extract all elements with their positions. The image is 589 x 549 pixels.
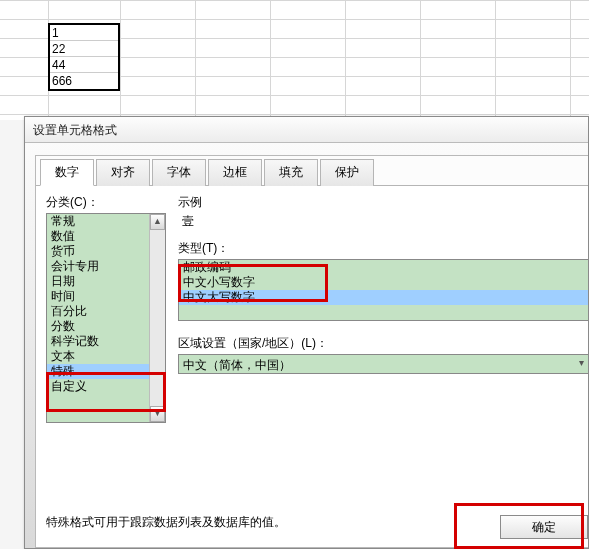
selected-cells-range[interactable]: 1 22 44 666 — [48, 23, 120, 91]
type-label: 类型(T)： — [178, 240, 588, 257]
tab-数字[interactable]: 数字 — [40, 159, 94, 186]
category-item[interactable]: 日期 — [47, 274, 149, 289]
category-item[interactable]: 科学记数 — [47, 334, 149, 349]
locale-value: 中文（简体，中国） — [183, 358, 291, 372]
category-column: 分类(C)： 常规数值货币会计专用日期时间百分比分数科学记数文本特殊自定义 ▲ … — [46, 194, 166, 423]
locale-label: 区域设置（国家/地区）(L)： — [178, 335, 588, 352]
sample-value: 壹 — [182, 213, 588, 230]
number-panel: 分类(C)： 常规数值货币会计专用日期时间百分比分数科学记数文本特殊自定义 ▲ … — [36, 186, 588, 546]
locale-dropdown[interactable]: 中文（简体，中国） — [178, 354, 588, 374]
category-item[interactable]: 文本 — [47, 349, 149, 364]
scroll-down-icon[interactable]: ▼ — [150, 406, 165, 422]
format-description: 特殊格式可用于跟踪数据列表及数据库的值。 — [46, 514, 578, 531]
category-listbox[interactable]: 常规数值货币会计专用日期时间百分比分数科学记数文本特殊自定义 ▲ ▼ — [46, 213, 166, 423]
tab-对齐[interactable]: 对齐 — [96, 159, 150, 186]
scrollbar[interactable]: ▲ ▼ — [149, 214, 165, 422]
category-item[interactable]: 特殊 — [47, 364, 149, 379]
category-item[interactable]: 时间 — [47, 289, 149, 304]
ok-button[interactable]: 确定 — [500, 515, 588, 539]
format-cells-dialog: 设置单元格格式 数字对齐字体边框填充保护 分类(C)： 常规数值货币会计专用日期… — [24, 116, 589, 549]
type-item[interactable]: 邮政编码 — [179, 260, 588, 275]
type-item[interactable]: 中文小写数字 — [179, 275, 588, 290]
category-item[interactable]: 自定义 — [47, 379, 149, 394]
category-item[interactable]: 数值 — [47, 229, 149, 244]
tab-填充[interactable]: 填充 — [264, 159, 318, 186]
format-detail-column: 示例 壹 类型(T)： 邮政编码中文小写数字中文大写数字 区域设置（国家/地区）… — [178, 194, 588, 374]
category-item[interactable]: 分数 — [47, 319, 149, 334]
dialog-title: 设置单元格格式 — [25, 117, 588, 143]
dialog-tabs: 数字对齐字体边框填充保护 — [36, 156, 588, 186]
category-label: 分类(C)： — [46, 194, 166, 211]
cell[interactable]: 22 — [50, 41, 118, 57]
scroll-up-icon[interactable]: ▲ — [150, 214, 165, 230]
cell[interactable]: 666 — [50, 73, 118, 89]
category-item[interactable]: 会计专用 — [47, 259, 149, 274]
sample-label: 示例 — [178, 194, 588, 211]
cell[interactable]: 44 — [50, 57, 118, 73]
tab-字体[interactable]: 字体 — [152, 159, 206, 186]
dialog-button-bar: 确定 — [500, 515, 588, 539]
type-item[interactable]: 中文大写数字 — [179, 290, 588, 305]
tab-保护[interactable]: 保护 — [320, 159, 374, 186]
cell[interactable]: 1 — [50, 25, 118, 41]
category-item[interactable]: 百分比 — [47, 304, 149, 319]
type-listbox[interactable]: 邮政编码中文小写数字中文大写数字 — [178, 259, 588, 321]
category-item[interactable]: 货币 — [47, 244, 149, 259]
category-item[interactable]: 常规 — [47, 214, 149, 229]
dialog-body: 数字对齐字体边框填充保护 分类(C)： 常规数值货币会计专用日期时间百分比分数科… — [35, 155, 588, 548]
tab-边框[interactable]: 边框 — [208, 159, 262, 186]
